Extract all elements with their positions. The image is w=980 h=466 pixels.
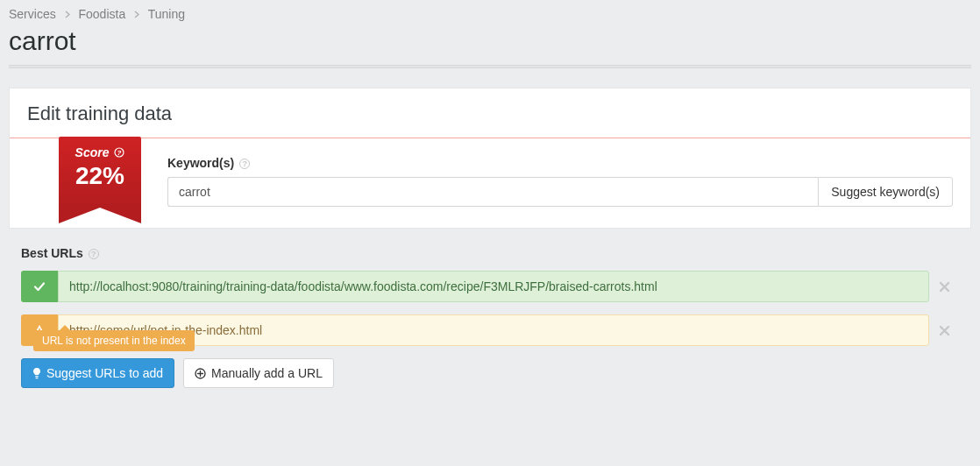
manually-add-url-button[interactable]: Manually add a URL bbox=[183, 358, 334, 388]
help-icon[interactable]: ? bbox=[239, 159, 250, 169]
close-icon bbox=[939, 325, 950, 336]
lightbulb-icon bbox=[32, 367, 41, 379]
score-label: Score bbox=[75, 145, 110, 159]
panel-edit-training-data: Edit training data Score ? 22% Keyword(s… bbox=[9, 88, 971, 229]
svg-text:?: ? bbox=[117, 149, 122, 157]
breadcrumb-item-foodista[interactable]: Foodista bbox=[78, 7, 125, 21]
score-value: 22% bbox=[59, 163, 141, 190]
plus-circle-icon bbox=[195, 368, 206, 379]
panel-title: Edit training data bbox=[10, 88, 970, 138]
url-row bbox=[21, 271, 959, 302]
chevron-right-icon bbox=[65, 11, 70, 18]
url-input[interactable] bbox=[58, 271, 929, 302]
remove-url-button[interactable] bbox=[929, 271, 959, 302]
suggest-urls-button[interactable]: Suggest URLs to add bbox=[21, 358, 174, 388]
breadcrumb: Services Foodista Tuning bbox=[9, 7, 971, 26]
label-text: Best URLs bbox=[21, 246, 83, 260]
help-icon[interactable]: ? bbox=[89, 249, 99, 259]
label-text: Keyword(s) bbox=[167, 156, 234, 170]
close-icon bbox=[939, 281, 950, 293]
keywords-label: Keyword(s) ? bbox=[167, 156, 953, 170]
suggest-keywords-button[interactable]: Suggest keyword(s) bbox=[818, 177, 953, 207]
svg-rect-5 bbox=[36, 378, 39, 378]
button-label: Manually add a URL bbox=[211, 366, 323, 380]
breadcrumb-item-services[interactable]: Services bbox=[9, 7, 56, 21]
svg-rect-4 bbox=[35, 376, 38, 377]
status-ok-badge bbox=[21, 271, 58, 302]
keywords-input[interactable] bbox=[167, 177, 818, 207]
remove-url-button[interactable] bbox=[929, 314, 959, 346]
help-icon[interactable]: ? bbox=[114, 147, 124, 158]
chevron-right-icon bbox=[134, 11, 139, 18]
warning-tooltip: URL is not present in the index bbox=[33, 330, 195, 351]
page-title: carrot bbox=[9, 26, 971, 65]
breadcrumb-item-tuning: Tuning bbox=[148, 7, 185, 21]
check-icon bbox=[32, 279, 46, 293]
best-urls-label: Best URLs ? bbox=[21, 246, 959, 260]
divider bbox=[9, 65, 971, 68]
button-label: Suggest URLs to add bbox=[46, 366, 163, 380]
score-ribbon: Score ? 22% bbox=[59, 137, 141, 208]
